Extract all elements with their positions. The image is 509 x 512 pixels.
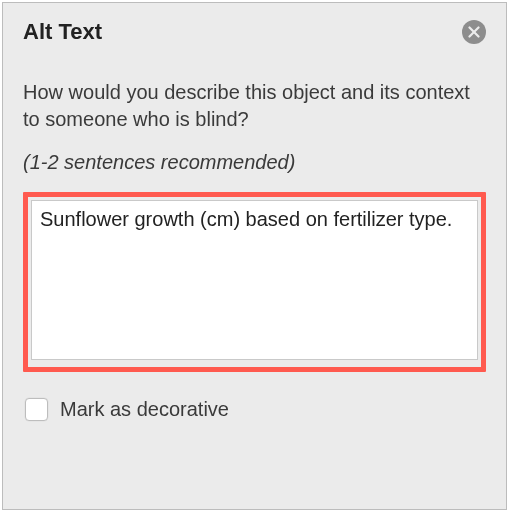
panel-title: Alt Text	[23, 19, 102, 45]
recommendation-text: (1-2 sentences recommended)	[23, 151, 486, 174]
decorative-checkbox[interactable]	[25, 398, 48, 421]
panel-body: How would you describe this object and i…	[3, 57, 506, 421]
close-icon	[468, 26, 480, 38]
decorative-row: Mark as decorative	[23, 398, 486, 421]
panel-header: Alt Text	[3, 3, 506, 57]
alt-text-input[interactable]	[31, 200, 478, 360]
prompt-text: How would you describe this object and i…	[23, 79, 486, 133]
close-button[interactable]	[462, 20, 486, 44]
alt-text-highlight	[23, 192, 486, 372]
decorative-label: Mark as decorative	[60, 398, 229, 421]
alt-text-panel: Alt Text How would you describe this obj…	[2, 2, 507, 510]
